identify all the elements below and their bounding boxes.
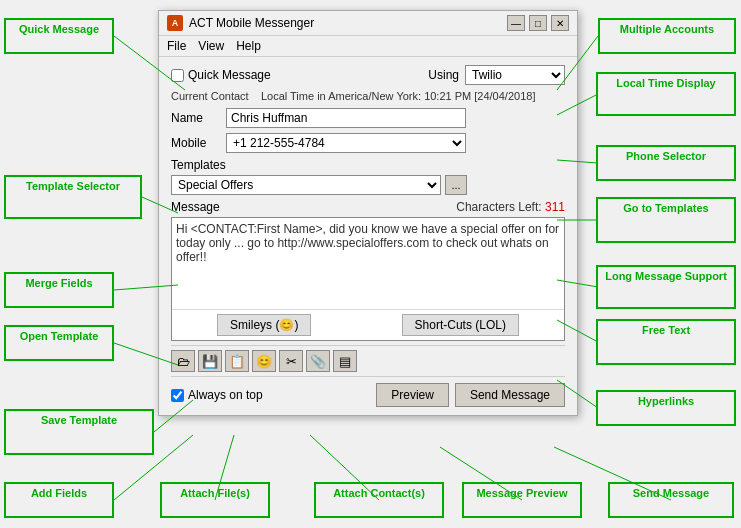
app-icon: A [167,15,183,31]
dialog-content: Quick Message Using Twilio Current Conta… [159,57,577,415]
shortcuts-button[interactable]: Short-Cuts (LOL) [402,314,519,336]
message-container: Hi <CONTACT:First Name>, did you know we… [171,217,565,341]
annotation-template-selector: Template Selector [4,175,142,219]
dialog-title: ACT Mobile Messenger [189,16,501,30]
using-label: Using [428,68,459,82]
preview-button[interactable]: Preview [376,383,449,407]
mobile-label: Mobile [171,136,226,150]
menu-file[interactable]: File [167,39,186,53]
annotation-hyperlinks: Hyperlinks [596,390,736,426]
using-section: Using Twilio [428,65,565,85]
always-on-top-text: Always on top [188,388,263,402]
name-input[interactable] [226,108,466,128]
quick-message-checkbox-label[interactable]: Quick Message [171,68,271,82]
open-button[interactable]: 🗁 [171,350,195,372]
chars-left: Characters Left: 311 [456,200,565,214]
template-row: Special Offers ... [171,175,565,195]
mobile-row: Mobile +1 212-555-4784 [171,133,565,153]
restore-button[interactable]: □ [529,15,547,31]
annotation-add-fields: Add Fields [4,482,114,518]
quick-message-row: Quick Message Using Twilio [171,65,565,85]
annotation-message-preview: Message Preview [462,482,582,518]
mobile-select[interactable]: +1 212-555-4784 [226,133,466,153]
local-time-text: Local Time in America/New York: 10:21 PM… [261,90,533,102]
template-ellipsis-button[interactable]: ... [445,175,467,195]
quick-message-checkbox[interactable] [171,69,184,82]
cut-button[interactable]: ✂ [279,350,303,372]
template-select[interactable]: Special Offers [171,175,441,195]
name-label: Name [171,111,226,125]
minimize-button[interactable]: — [507,15,525,31]
message-header: Message Characters Left: 311 [171,200,565,214]
menu-view[interactable]: View [198,39,224,53]
attach-button[interactable]: 📎 [306,350,330,372]
template-tool-button[interactable]: ▤ [333,350,357,372]
annotation-merge-fields: Merge Fields [4,272,114,308]
annotation-phone-selector: Phone Selector [596,145,736,181]
annotation-open-template: Open Template [4,325,114,361]
templates-section-label: Templates [171,158,565,172]
save-button[interactable]: 💾 [198,350,222,372]
always-on-top-label[interactable]: Always on top [171,388,263,402]
window-controls: — □ ✕ [507,15,569,31]
annotation-multiple-accounts: Multiple Accounts [598,18,736,54]
annotation-long-message-support: Long Message Support [596,265,736,309]
current-contact-row: Current Contact Local Time in America/Ne… [171,90,565,102]
quick-message-label: Quick Message [188,68,271,82]
toolbar: 🗁 💾 📋 😊 ✂ 📎 ▤ [171,345,565,377]
annotation-free-text: Free Text [596,319,736,365]
annotation-send-message: Send Message [608,482,734,518]
message-textarea[interactable]: Hi <CONTACT:First Name>, did you know we… [172,218,564,306]
name-row: Name [171,108,565,128]
current-contact-label: Current Contact [171,90,249,102]
action-buttons: Preview Send Message [376,383,565,407]
annotation-attach-contacts: Attach Contact(s) [314,482,444,518]
close-button[interactable]: ✕ [551,15,569,31]
copy-button[interactable]: 📋 [225,350,249,372]
smileys-shortcuts-row: Smileys (😊) Short-Cuts (LOL) [172,309,564,340]
main-dialog: A ACT Mobile Messenger — □ ✕ File View H… [158,10,578,416]
menubar: File View Help [159,36,577,57]
annotation-attach-files: Attach File(s) [160,482,270,518]
bottom-row: Always on top Preview Send Message [171,383,565,407]
send-message-button[interactable]: Send Message [455,383,565,407]
menu-help[interactable]: Help [236,39,261,53]
smiley-button[interactable]: 😊 [252,350,276,372]
smileys-button[interactable]: Smileys (😊) [217,314,311,336]
titlebar: A ACT Mobile Messenger — □ ✕ [159,11,577,36]
annotation-go-to-templates: Go to Templates [596,197,736,243]
twilio-select[interactable]: Twilio [465,65,565,85]
mobile-select-group: +1 212-555-4784 [226,133,466,153]
annotation-save-template: Save Template [4,409,154,455]
message-label: Message [171,200,220,214]
annotation-local-time-display: Local Time Display [596,72,736,116]
always-on-top-checkbox[interactable] [171,389,184,402]
annotation-quick-message: Quick Message [4,18,114,54]
